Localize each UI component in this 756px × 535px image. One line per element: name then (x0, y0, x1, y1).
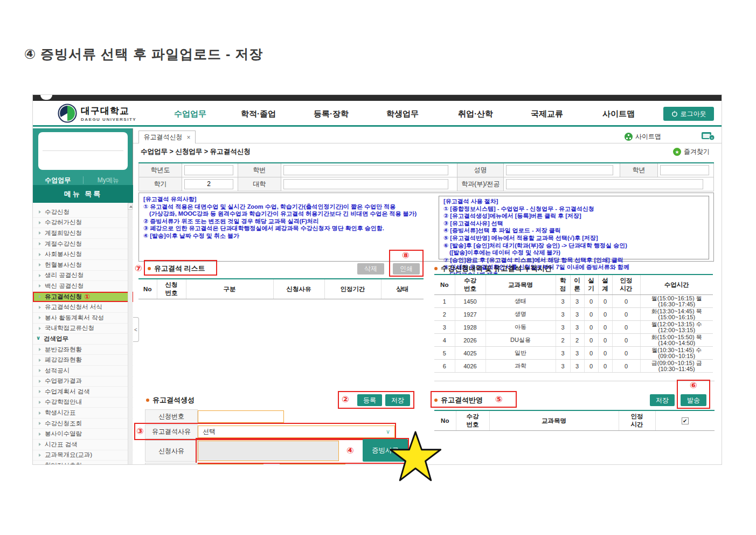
logout-label: 로그아웃 (681, 109, 706, 119)
sitemap-link[interactable]: 사이트맵 (625, 132, 661, 141)
sidebar-item-course-permission[interactable]: 수강허가신청 (33, 218, 133, 229)
logo-subtext: DAEGU UNIVERSITY (81, 117, 136, 122)
absence-list-title: 유고결석 리스트 (148, 264, 205, 273)
table-row[interactable]: 64026과학33000금(09:00~10:15) 금(10:30~11:45… (434, 360, 713, 373)
name-input[interactable] (506, 165, 613, 175)
sidebar-item-credit-guide[interactable]: 수강학점안내 (33, 397, 133, 408)
sidebar-item-course-registration[interactable]: 수강신청 (33, 207, 133, 218)
table-row[interactable]: 21927생명33000화(13:30~14:45) 목(15:00~16:15… (434, 308, 713, 321)
sidebar-item-vaccine-absence[interactable]: 백신 공결신청 (33, 281, 133, 292)
nav-sitemap[interactable]: 사이트맵 (602, 109, 635, 119)
star-icon: ★ (673, 148, 681, 156)
apply-save-button[interactable]: 저장 (650, 394, 675, 406)
sidebar-item-closed-classes[interactable]: 폐강강좌현황 (33, 355, 133, 366)
create-save-button[interactable]: 저장 (385, 394, 410, 406)
annotation-number-1: ① (84, 293, 90, 301)
sidebar-item-domestic-credit[interactable]: 국내학점교류신청 (33, 324, 133, 334)
sidebar-item-service-plan[interactable]: 봉사 활동계획서 작성 (33, 313, 133, 324)
favorite-link[interactable]: ★ 즐겨찾기 (673, 147, 710, 156)
grade-input[interactable] (660, 165, 709, 175)
sidebar-item-menstrual-absence[interactable]: 생리 공결신청 (33, 271, 133, 282)
window-export-icon[interactable]: × (701, 132, 715, 141)
label-year: 학년도 (139, 163, 182, 177)
triangle-icon (39, 348, 41, 351)
sidebar-item-course-outline[interactable]: 교과목개요(교과) (33, 450, 133, 461)
table-row[interactable]: 11450생태33000월(15:00~16:15) 월(16:30~17:45… (434, 295, 713, 308)
triangle-icon (39, 274, 41, 277)
send-button[interactable]: 발송 (681, 394, 706, 406)
scroll-up-icon[interactable] (128, 203, 133, 210)
sidebar-tab-course[interactable]: 수업업무 (33, 176, 83, 185)
university-logo: 대구대학교 DAEGU UNIVERSITY (58, 104, 136, 123)
nav-course-affairs[interactable]: 수업업무 (174, 109, 206, 119)
reason-input[interactable] (198, 441, 339, 461)
annotation-number-4: ④ (346, 447, 354, 455)
nav-international[interactable]: 국제교류 (531, 109, 563, 119)
nav-student-affairs[interactable]: 학생업무 (386, 109, 419, 119)
sidebar: 수업업무 My메뉴 메뉴 목록 수강신청 수강허가신청 계절희망신청 계절수강신… (33, 128, 133, 465)
sidebar-menu-list: 수강신청 수강허가신청 계절희망신청 계절수강신청 사회봉사신청 헌혈봉사신청 … (33, 203, 133, 465)
apply-no-input[interactable] (198, 410, 284, 423)
label-college: 대학 (238, 177, 281, 191)
sidebar-item-registration-inquiry[interactable]: 수강신청조회 (33, 419, 133, 429)
sidebar-scrollbar[interactable] (128, 203, 133, 465)
print-button[interactable]: 인쇄 (393, 263, 420, 275)
reason-type-select[interactable]: 선택 ∨ (198, 426, 395, 438)
logout-button[interactable]: 로그아웃 (663, 107, 714, 121)
triangle-icon (39, 390, 41, 393)
select-all-checkbox[interactable]: ✔ (682, 417, 689, 424)
notice-right: [유고결석 사용 절차] ① [종합정보시스템] - 수업업무 - 신청업무 -… (439, 196, 709, 259)
nav-registration-scholarship[interactable]: 등록·장학 (314, 109, 349, 119)
sidebar-item-social-service[interactable]: 사회봉사신청 (33, 249, 133, 260)
term-input[interactable] (184, 179, 233, 189)
sidebar-item-seasonal-hope[interactable]: 계절희망신청 (33, 228, 133, 239)
sidebar-item-absence-form[interactable]: 유고결석신청서 서식 (33, 302, 133, 313)
table-row[interactable]: 31928아동33000월(12:00~13:15) 수(12:00~13:15… (434, 321, 713, 334)
sidebar-item-timetable-search[interactable]: 시간표 검색 (33, 440, 133, 450)
college-input[interactable] (283, 179, 448, 189)
sidebar-item-career-aptitude[interactable]: 취업적성추천 (33, 461, 133, 465)
triangle-icon (39, 284, 41, 287)
sidebar-item-seasonal-registration[interactable]: 계절수강신청 (33, 239, 133, 250)
sidebar-item-syllabus-search[interactable]: 수업계획서 검색 (33, 387, 133, 397)
nav-career-industry[interactable]: 취업·산학 (458, 109, 493, 119)
sidebar-item-blood-donation[interactable]: 헌혈봉사신청 (33, 260, 133, 271)
triangle-icon (39, 433, 41, 436)
table-row[interactable]: 42026DU실용22000화(15:00~15:50) 목(14:00~14:… (434, 334, 713, 347)
sidebar-group-search[interactable]: ∨검색업무 (33, 334, 133, 345)
breadcrumb: 수업업무 > 신청업무 > 유고결석신청 (141, 147, 251, 156)
annotation-number-8: ⑧ (402, 251, 410, 260)
annotation-number-2: ② (342, 395, 349, 404)
student-id-input[interactable] (283, 165, 448, 175)
period-start-input[interactable] (198, 464, 263, 465)
nav-records-graduation[interactable]: 학적·졸업 (241, 109, 276, 119)
register-button[interactable]: 등록 (357, 394, 382, 406)
sidebar-item-student-timetable[interactable]: 학생시간표 (33, 408, 133, 419)
year-input[interactable] (184, 165, 233, 175)
annotation-number-6: ⑥ (690, 381, 697, 390)
panel-collapse-handle[interactable]: < (133, 317, 139, 342)
sitemap-label: 사이트맵 (635, 132, 661, 141)
triangle-icon (39, 231, 41, 235)
label-reason: 신청사유 (145, 440, 198, 462)
sidebar-tab-mymenu[interactable]: My메뉴 (84, 176, 134, 185)
sidebar-item-class-evaluation[interactable]: 수업평가결과 (33, 376, 133, 387)
sidebar-item-service-record[interactable]: 봉사이수열람 (33, 429, 133, 440)
major-input[interactable] (506, 179, 703, 189)
period-end-input[interactable] (280, 464, 345, 465)
label-term: 학기 (139, 177, 182, 191)
triangle-icon (39, 242, 41, 245)
sidebar-item-grade-posting[interactable]: 성적공시 (33, 366, 133, 376)
table-row[interactable]: 54025일반33000월(10:30~11:45) 수(09:00~10:15… (434, 347, 713, 360)
content-tab-absence[interactable]: 유고결석신청 × (138, 131, 196, 143)
notice-left-title: [유고결석 유의사항] (143, 196, 417, 203)
triangle-icon (39, 443, 41, 446)
sidebar-item-absence-apply[interactable]: 유고결석신청① (33, 292, 133, 303)
bullet-icon (146, 399, 149, 402)
logo-text: 대구대학교 (81, 105, 136, 117)
delete-button[interactable]: 삭제 (357, 263, 384, 275)
sidebar-item-divided-classes[interactable]: 분반강좌현황 (33, 345, 133, 355)
tab-close-icon[interactable]: × (186, 134, 190, 141)
power-icon (671, 111, 678, 117)
credit-table-title: 수강신청내역 및 유고결석 누적시간 (434, 264, 552, 273)
